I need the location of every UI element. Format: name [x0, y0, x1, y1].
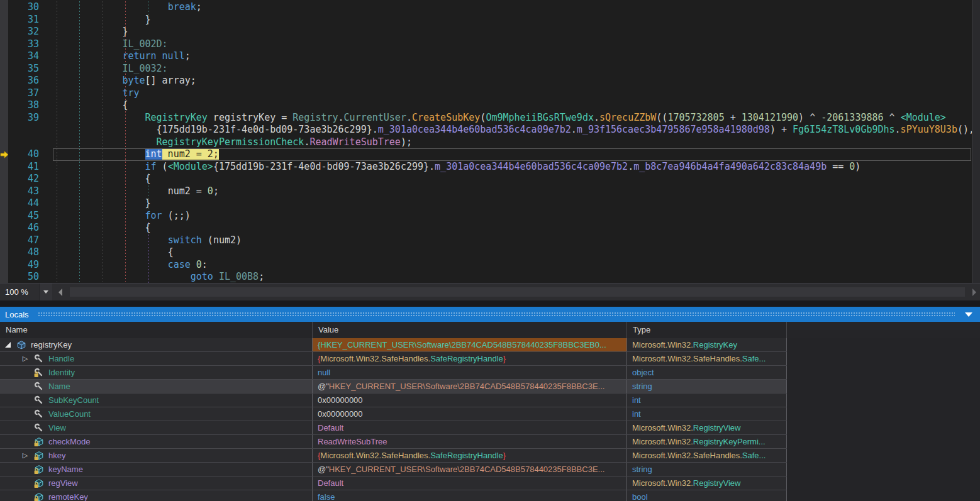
code-line[interactable]: 49 case 0: — [8, 259, 974, 272]
code-line[interactable]: 31 } — [8, 14, 974, 26]
expand-toggle[interactable]: ▷ — [20, 355, 30, 362]
variable-value[interactable]: 0x00000000 — [313, 394, 627, 407]
line-number[interactable]: 43 — [8, 185, 39, 198]
variable-row-regView[interactable]: regViewDefaultMicrosoft.Win32.RegistryVi… — [0, 476, 787, 490]
code-line[interactable]: 35 IL_0032: — [8, 63, 974, 75]
line-number[interactable]: 45 — [8, 210, 39, 223]
line-number[interactable]: 35 — [8, 63, 39, 75]
code-line[interactable]: 43 num2 = 0; — [8, 185, 974, 198]
code-line-current[interactable]: 40 int num2 = 2; — [8, 148, 974, 161]
variable-value[interactable]: {Microsoft.Win32.SafeHandles.SafeRegistr… — [313, 352, 627, 365]
code-line[interactable]: 36 byte[] array; — [8, 75, 974, 87]
code-line[interactable]: 39 RegistryKey registryKey = Registry.Cu… — [8, 112, 974, 124]
code-line[interactable]: 33 IL_002D: — [8, 38, 974, 51]
code-line[interactable]: 30 break; — [8, 1, 974, 14]
cube-lock-icon — [34, 465, 44, 475]
panel-menu-icon[interactable] — [965, 312, 972, 317]
value-token: 0x00000000 — [318, 395, 363, 405]
variable-row-registryKey[interactable]: registryKey{HKEY_CURRENT_USER\Software\2… — [0, 338, 787, 352]
vertical-scrollbar[interactable] — [972, 0, 980, 283]
line-number[interactable]: 48 — [8, 246, 39, 259]
code-line[interactable]: 32 } — [8, 26, 974, 38]
line-number[interactable]: 41 — [8, 161, 39, 173]
code-line[interactable]: 42 { — [8, 173, 974, 185]
variable-value[interactable]: @"HKEY_CURRENT_USER\Software\2BB74CAD548… — [313, 463, 627, 476]
code-text: return null; — [54, 50, 191, 63]
code-line[interactable]: RegistryKeyPermissionCheck.ReadWriteSubT… — [8, 136, 974, 149]
line-number[interactable]: 42 — [8, 173, 39, 185]
line-number[interactable]: 47 — [8, 234, 39, 247]
code-line[interactable]: 34 return null; — [8, 50, 974, 63]
line-number[interactable] — [8, 124, 39, 136]
line-number[interactable]: 39 — [8, 112, 39, 124]
column-header-name[interactable]: Name — [0, 322, 313, 338]
titlebar-grip — [38, 312, 955, 317]
variable-row-SubKeyCount[interactable]: SubKeyCount0x00000000int — [0, 394, 787, 407]
code-token: ); — [401, 136, 412, 148]
code-line[interactable]: 38 { — [8, 99, 974, 112]
code-line[interactable]: 45 for (;;) — [8, 210, 974, 223]
code-line[interactable]: 37 try — [8, 87, 974, 100]
line-number[interactable]: 38 — [8, 99, 39, 112]
variable-row-Handle[interactable]: ▷Handle{Microsoft.Win32.SafeHandles.Safe… — [0, 352, 787, 366]
variable-value[interactable]: Default — [313, 476, 627, 490]
code-editor[interactable]: 30 break;31 }32 }33 IL_002D:34 return nu… — [0, 0, 980, 283]
variable-value[interactable]: {HKEY_CURRENT_USER\Software\2BB74CAD548B… — [313, 338, 627, 351]
code-token: m_301a0cea344b4e60bad536c4ca09e7b2 — [435, 161, 628, 172]
variable-value[interactable]: ReadWriteSubTree — [313, 435, 627, 448]
line-number[interactable]: 37 — [8, 87, 39, 100]
line-number[interactable]: 46 — [8, 222, 39, 234]
code-line[interactable]: 48 { — [8, 246, 974, 259]
locals-table-header: Name Value Type — [0, 322, 980, 338]
line-number[interactable]: 36 — [8, 75, 39, 87]
column-header-type[interactable]: Type — [627, 322, 787, 338]
expand-toggle[interactable]: ▷ — [20, 452, 30, 459]
variable-row-keyName[interactable]: keyName@"HKEY_CURRENT_USER\Software\2BB7… — [0, 463, 787, 476]
variable-value[interactable]: 0x00000000 — [313, 407, 627, 421]
code-line[interactable]: {175dd19b-231f-4e0d-bd09-73ae3b26c299}.m… — [8, 124, 974, 136]
variable-type: Microsoft.Win32.RegistryView — [627, 476, 787, 490]
horizontal-scrollbar[interactable] — [52, 284, 980, 300]
line-number[interactable]: 31 — [8, 14, 39, 26]
zoom-dropdown-button[interactable] — [39, 284, 52, 300]
variable-value[interactable]: @"HKEY_CURRENT_USER\Software\2BB74CAD548… — [313, 380, 627, 393]
variable-row-Name[interactable]: Name@"HKEY_CURRENT_USER\Software\2BB74CA… — [0, 380, 787, 394]
variable-row-checkMode[interactable]: checkModeReadWriteSubTreeMicrosoft.Win32… — [0, 435, 787, 449]
column-header-value[interactable]: Value — [313, 322, 627, 338]
variable-row-Identity[interactable]: Identitynullobject — [0, 366, 787, 380]
scrollbar-thumb[interactable] — [70, 287, 965, 297]
breakpoint-gutter[interactable] — [0, 0, 8, 283]
line-number[interactable] — [8, 136, 39, 149]
variable-value[interactable]: Default — [313, 421, 627, 434]
variable-row-remoteKey[interactable]: remoteKeyfalsebool — [0, 490, 787, 501]
scroll-right-icon[interactable] — [972, 289, 976, 296]
variable-type: Microsoft.Win32.RegistryView — [627, 421, 787, 434]
variable-row-View[interactable]: ViewDefaultMicrosoft.Win32.RegistryView — [0, 421, 787, 435]
line-number[interactable]: 50 — [8, 271, 39, 283]
line-number[interactable]: 49 — [8, 259, 39, 272]
line-number[interactable]: 34 — [8, 50, 39, 63]
line-number[interactable]: 33 — [8, 38, 39, 51]
code-line[interactable]: 50 goto IL_00B8; — [8, 271, 974, 283]
line-number[interactable]: 44 — [8, 197, 39, 210]
variable-value[interactable]: null — [313, 366, 627, 379]
variable-row-ValueCount[interactable]: ValueCount0x00000000int — [0, 407, 787, 421]
code-line[interactable]: 41 if (<Module>{175dd19b-231f-4e0d-bd09-… — [8, 161, 974, 173]
line-number[interactable]: 40 — [8, 148, 39, 161]
code-line[interactable]: 47 switch (num2) — [8, 234, 974, 247]
code-line[interactable]: 44 } — [8, 197, 974, 210]
scroll-left-icon[interactable] — [58, 289, 62, 296]
value-token: Microsoft.Win32.SafeHandles. — [320, 451, 430, 460]
line-number[interactable]: 32 — [8, 26, 39, 38]
variable-value[interactable]: {Microsoft.Win32.SafeHandles.SafeRegistr… — [313, 449, 627, 462]
wrench-icon — [34, 423, 44, 433]
line-number[interactable]: 30 — [8, 1, 39, 14]
variable-type: Microsoft.Win32.SafeHandles.Safe... — [627, 449, 787, 462]
variable-row-hkey[interactable]: ▷hkey{Microsoft.Win32.SafeHandles.SafeRe… — [0, 449, 787, 463]
collapsed-icon: ▷ — [23, 355, 28, 362]
code-token: IL_0032: — [122, 63, 167, 74]
variable-value[interactable]: false — [313, 490, 627, 501]
locals-panel-titlebar[interactable]: Locals — [0, 307, 980, 322]
expand-toggle[interactable] — [3, 342, 13, 348]
code-line[interactable]: 46 { — [8, 222, 974, 234]
